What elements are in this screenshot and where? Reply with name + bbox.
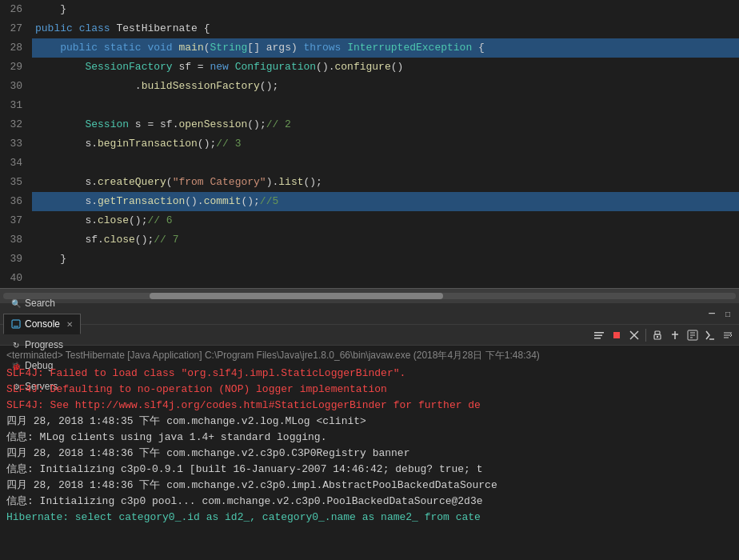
console-line: 信息: MLog clients using java 1.4+ standar…	[6, 430, 733, 446]
line-number: 32	[0, 115, 32, 134]
maximize-view-button[interactable]: □	[720, 306, 736, 322]
code-line: }	[32, 0, 739, 19]
code-line: .buildSessionFactory();	[32, 77, 739, 96]
code-line: s.close();// 6	[32, 211, 739, 230]
line-number: 37	[0, 211, 32, 230]
code-line: s.beginTransaction();// 3	[32, 134, 739, 154]
code-line: public static void main(String[] args) t…	[32, 38, 739, 58]
scrollbar-track[interactable]	[3, 293, 736, 299]
line-number: 39	[0, 250, 32, 269]
pin-console-button[interactable]	[667, 327, 683, 343]
code-line: }	[32, 250, 739, 269]
console-line: 信息: Initializing c3p0 pool... com.mchang…	[6, 494, 733, 510]
code-line	[32, 269, 739, 288]
code-line	[32, 96, 739, 115]
console-line: 四月 28, 2018 1:48:35 下午 com.mchange.v2.lo…	[6, 414, 733, 430]
console-line: SLF4J: Failed to load class "org.slf4j.i…	[6, 366, 733, 382]
line-number: 27	[0, 19, 32, 38]
line-number: 30	[0, 77, 32, 96]
code-line: s.getTransaction().commit();//5	[32, 192, 739, 211]
console-toolbar	[0, 325, 739, 346]
code-line: sf.close();// 7	[32, 230, 739, 250]
code-line: SessionFactory sf = new Configuration().…	[32, 58, 739, 77]
line-number: 28	[0, 38, 32, 58]
tab-close-button[interactable]: ✕	[66, 320, 73, 329]
line-number: 36	[0, 192, 32, 211]
console-output: <terminated> TestHibernate [Java Applica…	[0, 346, 739, 554]
svg-rect-14	[655, 331, 660, 334]
code-line: public class TestHibernate {	[32, 19, 739, 38]
svg-rect-10	[594, 338, 601, 339]
line-number: 33	[0, 134, 32, 154]
svg-rect-8	[594, 332, 604, 334]
console-line: SLF4J: See http://www.slf4j.org/codes.ht…	[6, 398, 733, 414]
console-icon	[10, 318, 22, 330]
code-line: s.createQuery("from Category").list();	[32, 173, 739, 192]
console-line: SLF4J: Defaulting to no-operation (NOP) …	[6, 382, 733, 398]
console-line: 四月 28, 2018 1:48:36 下午 com.mchange.v2.c3…	[6, 446, 733, 462]
line-number: 34	[0, 154, 32, 173]
clear-console-button[interactable]	[591, 327, 607, 343]
line-number: 26	[0, 0, 32, 19]
svg-point-16	[657, 335, 658, 337]
line-number: 40	[0, 269, 32, 288]
console-lines: SLF4J: Failed to load class "org.slf4j.i…	[6, 366, 733, 526]
code-table: 26 }27public class TestHibernate {28 pub…	[0, 0, 739, 288]
svg-rect-11	[613, 332, 620, 338]
horizontal-scrollbar[interactable]	[0, 288, 739, 302]
search-icon: 🔍	[10, 298, 22, 309]
code-line	[32, 154, 739, 173]
line-number: 29	[0, 58, 32, 77]
terminated-label: <terminated> TestHibernate [Java Applica…	[6, 349, 733, 362]
minimize-view-button[interactable]: −	[704, 306, 720, 322]
tab-label: Console	[25, 318, 60, 330]
console-line: Hibernate: select category0_.id as id2_,…	[6, 510, 733, 526]
tab-label: Search	[25, 298, 55, 309]
console-line: 信息: Initializing c3p0-0.9.1 [built 16-Ja…	[6, 462, 733, 478]
tab-bar: !ProblemsJJavadocDeclaration🔍SearchConso…	[0, 302, 739, 325]
remove-launch-button[interactable]	[626, 327, 642, 343]
line-number: 31	[0, 96, 32, 115]
line-number: 35	[0, 173, 32, 192]
scroll-lock-button[interactable]	[649, 327, 665, 343]
svg-rect-9	[594, 334, 602, 336]
new-console-button[interactable]	[685, 327, 701, 343]
scrollbar-thumb[interactable]	[150, 293, 442, 299]
tab-console[interactable]: Console✕	[3, 314, 81, 334]
console-line: 四月 28, 2018 1:48:36 下午 com.mchange.v2.c3…	[6, 478, 733, 494]
terminate-button[interactable]	[609, 327, 625, 343]
code-editor: 26 }27public class TestHibernate {28 pub…	[0, 0, 739, 288]
code-line: Session s = sf.openSession();// 2	[32, 115, 739, 134]
line-number: 38	[0, 230, 32, 250]
word-wrap-button[interactable]	[720, 327, 736, 343]
open-console-button[interactable]	[702, 327, 718, 343]
